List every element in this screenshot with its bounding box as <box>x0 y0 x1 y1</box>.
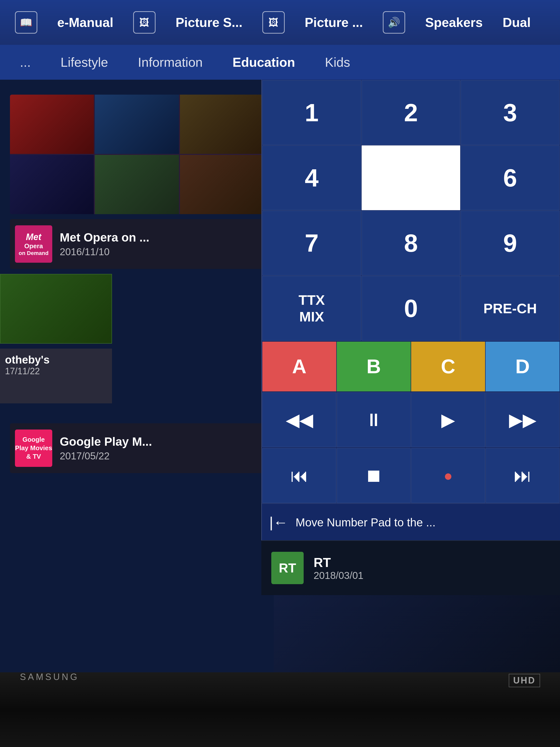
met-opera-date: 2016/11/10 <box>60 246 149 257</box>
content-thumbnail-block <box>10 95 264 214</box>
media-record[interactable]: ● <box>411 448 485 503</box>
picture-s-icon[interactable]: 🖼 <box>133 11 156 34</box>
uhd-badge: UHD <box>509 674 540 687</box>
move-left-icon: |← <box>269 514 288 531</box>
numpad-key-4[interactable]: 4 <box>262 146 361 210</box>
numpad-key-6[interactable]: 6 <box>461 146 560 210</box>
samsung-logo: SAMSUNG <box>20 672 79 682</box>
picture-label[interactable]: Picture ... <box>304 15 363 30</box>
media-fastforward[interactable]: ▶▶ <box>486 392 560 447</box>
media-rewind[interactable]: ◀◀ <box>262 392 336 447</box>
picture-icon[interactable]: 🖼 <box>262 11 285 34</box>
sothebys-date: 17/11/22 <box>5 366 107 377</box>
thumb-cell-1 <box>10 95 94 154</box>
rt-logo-text: RT <box>279 561 296 575</box>
media-controls-row2: ⏮ ⏹ ● ⏭ <box>262 448 560 504</box>
media-pause[interactable]: ⏸ <box>337 392 411 447</box>
tv-bezel: SAMSUNG UHD <box>0 672 560 747</box>
nav-bar: ... Lifestyle Information Education Kids <box>0 45 560 80</box>
move-numpad-row[interactable]: |← Move Number Pad to the ... <box>262 504 560 541</box>
thumb-cell-4 <box>10 155 94 214</box>
sothebys-title: otheby's <box>5 354 107 366</box>
nav-item-information[interactable]: Information <box>138 55 203 70</box>
numpad-key-1[interactable]: 1 <box>262 80 361 145</box>
met-opera-title: Met Opera on ... <box>60 231 149 244</box>
rt-info: RT 2018/03/01 <box>314 555 364 581</box>
nav-item-kids[interactable]: Kids <box>325 55 350 70</box>
color-btn-d[interactable]: D <box>486 342 560 391</box>
opera-text: Opera <box>24 242 43 250</box>
thumb-cell-3 <box>180 95 264 154</box>
rt-title: RT <box>314 555 364 570</box>
demand-text: on Demand <box>19 250 49 256</box>
numpad-key-5-highlighted[interactable] <box>362 146 460 210</box>
color-btn-b[interactable]: B <box>337 342 411 391</box>
numpad-key-7[interactable]: 7 <box>262 211 361 275</box>
gplay-logo-text: Google Play Movies & TV <box>15 436 52 461</box>
color-btn-c[interactable]: C <box>411 342 485 391</box>
numpad-overlay: 1 2 3 4 6 7 8 9 TTXMIX 0 PRE-CH A B C D <box>261 80 560 578</box>
rt-logo: RT <box>271 552 304 584</box>
speakers-label[interactable]: Speakers <box>425 15 483 30</box>
content-area: Met Opera on Demand Met Opera on ... 201… <box>0 80 560 672</box>
thumb-cell-2 <box>95 95 179 154</box>
emanual-icon[interactable]: 📖 <box>15 11 37 34</box>
color-buttons-row: A B C D <box>262 341 560 392</box>
media-play[interactable]: ▶ <box>411 392 485 447</box>
google-play-logo: Google Play Movies & TV <box>15 430 52 467</box>
color-btn-a[interactable]: A <box>262 342 336 391</box>
met-opera-card[interactable]: Met Opera on Demand Met Opera on ... 201… <box>10 219 264 269</box>
numpad-key-8[interactable]: 8 <box>362 211 460 275</box>
thumb-cell-6 <box>180 155 264 214</box>
picture-s-label[interactable]: Picture S... <box>176 15 242 30</box>
media-stop[interactable]: ⏹ <box>337 448 411 503</box>
numpad-key-0[interactable]: 0 <box>362 276 460 341</box>
speakers-icon[interactable]: 🔊 <box>383 11 405 34</box>
emanual-label[interactable]: e-Manual <box>57 15 113 30</box>
met-opera-info: Met Opera on ... 2016/11/10 <box>60 231 149 257</box>
nav-item-education[interactable]: Education <box>233 55 295 70</box>
numpad-key-3[interactable]: 3 <box>461 80 560 145</box>
google-play-info: Google Play M... 2017/05/22 <box>60 435 152 462</box>
nav-item-lifestyle[interactable]: Lifestyle <box>60 55 108 70</box>
thumb-cell-5 <box>95 155 179 214</box>
google-play-title: Google Play M... <box>60 435 152 448</box>
landscape-image <box>0 274 112 344</box>
left-panel: Met Opera on Demand Met Opera on ... 201… <box>0 80 274 672</box>
nav-item-ellipsis[interactable]: ... <box>20 55 31 70</box>
thumb-grid <box>10 95 264 214</box>
rt-date: 2018/03/01 <box>314 570 364 581</box>
top-toolbar: 📖 e-Manual 🖼 Picture S... 🖼 Picture ... … <box>0 0 560 45</box>
google-play-card[interactable]: Google Play Movies & TV Google Play M...… <box>10 423 264 473</box>
media-next[interactable]: ⏭ <box>486 448 560 503</box>
numpad-key-2[interactable]: 2 <box>362 80 460 145</box>
met-text: Met <box>26 232 41 242</box>
media-controls-row1: ◀◀ ⏸ ▶ ▶▶ <box>262 392 560 448</box>
numpad-key-ttx[interactable]: TTXMIX <box>262 276 361 341</box>
numpad-key-9[interactable]: 9 <box>461 211 560 275</box>
google-play-date: 2017/05/22 <box>60 450 152 462</box>
numpad-key-prech[interactable]: PRE-CH <box>461 276 560 341</box>
rt-card[interactable]: RT RT 2018/03/01 <box>261 540 560 595</box>
sothebys-card[interactable]: otheby's 17/11/22 <box>0 349 112 403</box>
tv-screen: 📖 e-Manual 🖼 Picture S... 🖼 Picture ... … <box>0 0 560 672</box>
numpad-grid: 1 2 3 4 6 7 8 9 TTXMIX 0 PRE-CH <box>262 80 560 341</box>
media-prev[interactable]: ⏮ <box>262 448 336 503</box>
move-numpad-label: Move Number Pad to the ... <box>296 516 436 529</box>
dual-label[interactable]: Dual <box>503 15 531 30</box>
met-opera-logo: Met Opera on Demand <box>15 225 52 263</box>
